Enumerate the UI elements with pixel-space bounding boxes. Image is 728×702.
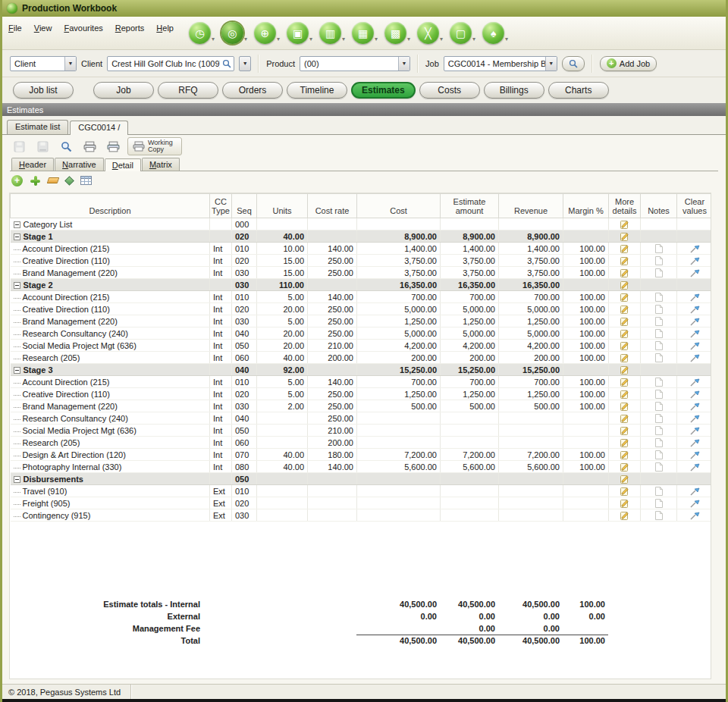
tab-estimate-document[interactable]: CGC0014 / (70, 121, 128, 135)
cell-rate[interactable]: 210.00 (308, 425, 357, 437)
cell-units[interactable] (257, 425, 308, 437)
cell-rate[interactable]: 250.00 (308, 412, 357, 425)
clear-values-icon[interactable] (690, 499, 700, 508)
save-as-button[interactable] (33, 137, 52, 155)
cell-seq[interactable]: 030 (232, 400, 257, 412)
cell-margin[interactable]: 100.00 (563, 352, 609, 364)
cell-rate[interactable]: 250.00 (308, 327, 357, 340)
preview-button[interactable] (57, 137, 75, 155)
cell-rev[interactable]: 4,200.00 (499, 340, 563, 352)
note-icon[interactable] (655, 402, 663, 411)
media-icon[interactable]: ▣ (287, 22, 309, 44)
cell-rate[interactable]: 200.00 (308, 437, 357, 449)
chevron-down-icon[interactable]: ▾ (342, 36, 345, 44)
chevron-down-icon[interactable]: ▾ (212, 36, 215, 44)
cell-units[interactable] (257, 497, 308, 509)
clock-icon[interactable]: ◷ (189, 22, 211, 44)
cell-est[interactable]: 700.00 (441, 376, 499, 388)
cell-est[interactable]: 4,200.00 (441, 340, 499, 352)
cell-rev[interactable]: 5,000.00 (499, 303, 563, 315)
cell-cost[interactable]: 700.00 (357, 376, 441, 388)
cell-rate[interactable]: 140.00 (308, 376, 357, 388)
cell-margin[interactable] (563, 425, 609, 437)
column-header[interactable]: CC Type (210, 194, 232, 218)
cell-seq[interactable]: 060 (232, 437, 257, 449)
cell-cc[interactable]: Ext (210, 497, 232, 509)
edit-icon[interactable] (620, 220, 629, 229)
cell-est[interactable] (441, 437, 499, 449)
subtab-matrix[interactable]: Matrix (142, 158, 180, 171)
edit-icon[interactable] (620, 317, 629, 326)
edit-icon[interactable] (620, 390, 629, 399)
collapse-icon[interactable] (14, 476, 20, 483)
cell-cost[interactable]: 1,250.00 (357, 388, 441, 400)
cell-cc[interactable]: Ext (210, 509, 232, 522)
chevron-down-icon[interactable]: ▾ (440, 36, 443, 44)
nav-billings-button[interactable]: Billings (484, 82, 544, 99)
cell-est[interactable]: 1,250.00 (441, 388, 499, 400)
cell-units[interactable]: 5.00 (257, 315, 308, 327)
column-header[interactable]: Description (11, 194, 210, 218)
cell-rate[interactable]: 200.00 (308, 352, 357, 364)
cell-rate[interactable]: 140.00 (308, 243, 357, 255)
cell-cc[interactable]: Int (210, 243, 232, 255)
cell-cost[interactable]: 700.00 (357, 291, 441, 303)
cell-seq[interactable]: 040 (232, 412, 257, 425)
chevron-down-icon[interactable]: ▾ (407, 36, 410, 44)
collapse-icon[interactable] (14, 367, 20, 374)
print-preview-button[interactable] (104, 137, 122, 155)
cell-rate[interactable]: 250.00 (308, 388, 357, 400)
cell-rev[interactable]: 5,600.00 (499, 461, 563, 473)
cell-rate[interactable]: 250.00 (308, 315, 357, 327)
cell-units[interactable]: 20.00 (257, 340, 308, 352)
clear-values-icon[interactable] (690, 378, 700, 387)
cell-seq[interactable]: 070 (232, 449, 257, 461)
working-copy-button[interactable]: Working Copy (127, 137, 182, 155)
subtab-header[interactable]: Header (11, 158, 54, 171)
cell-cost[interactable]: 3,750.00 (357, 255, 441, 267)
chevron-down-icon[interactable]: ▾ (244, 36, 247, 44)
cell-units[interactable]: 5.00 (257, 376, 308, 388)
cell-units[interactable]: 20.00 (257, 303, 308, 315)
edit-icon[interactable] (620, 329, 629, 338)
cell-cc[interactable]: Int (210, 291, 232, 303)
edit-icon[interactable] (620, 438, 629, 447)
edit-icon[interactable] (620, 475, 629, 484)
cell-margin[interactable] (563, 485, 609, 497)
column-header[interactable]: Units (257, 194, 308, 218)
cell-seq[interactable]: 010 (232, 291, 257, 303)
chevron-down-icon[interactable]: ▾ (375, 36, 378, 44)
clear-values-icon[interactable] (690, 414, 700, 423)
clear-values-icon[interactable] (690, 268, 700, 277)
clear-values-icon[interactable] (690, 256, 700, 265)
cell-cost[interactable]: 7,200.00 (357, 449, 441, 461)
cell-cost[interactable] (357, 437, 441, 449)
edit-icon[interactable] (620, 426, 629, 435)
clear-values-icon[interactable] (690, 293, 700, 302)
menu-view[interactable]: View (34, 24, 52, 33)
column-header[interactable]: Estimate amount (441, 194, 499, 218)
cell-est[interactable]: 3,750.00 (441, 267, 499, 279)
cell-cost[interactable] (357, 425, 441, 437)
cell-rev[interactable]: 3,750.00 (499, 267, 563, 279)
cell-margin[interactable]: 100.00 (563, 376, 609, 388)
cell-est[interactable]: 5,000.00 (441, 327, 499, 340)
note-icon[interactable] (655, 499, 663, 508)
menu-help[interactable]: Help (156, 24, 174, 33)
cell-seq[interactable]: 020 (232, 303, 257, 315)
cell-units[interactable]: 10.00 (257, 243, 308, 255)
cell-cc[interactable]: Int (210, 352, 232, 364)
client-input[interactable]: Crest Hill Golf Club Inc (1009) (107, 56, 234, 71)
cell-rev[interactable]: 3,750.00 (499, 255, 563, 267)
cell-rev[interactable] (499, 497, 563, 509)
cell-seq[interactable]: 020 (232, 388, 257, 400)
column-header[interactable]: Revenue (499, 194, 563, 218)
cell-rate[interactable]: 140.00 (308, 461, 357, 473)
nav-timeline-button[interactable]: Timeline (287, 82, 347, 99)
client-type-combo[interactable]: Client ▼ (10, 56, 77, 71)
cell-rev[interactable]: 200.00 (499, 352, 563, 364)
cell-cc[interactable]: Int (210, 315, 232, 327)
cell-cc[interactable]: Ext (210, 485, 232, 497)
cell-margin[interactable] (563, 497, 609, 509)
note-icon[interactable] (655, 317, 663, 326)
